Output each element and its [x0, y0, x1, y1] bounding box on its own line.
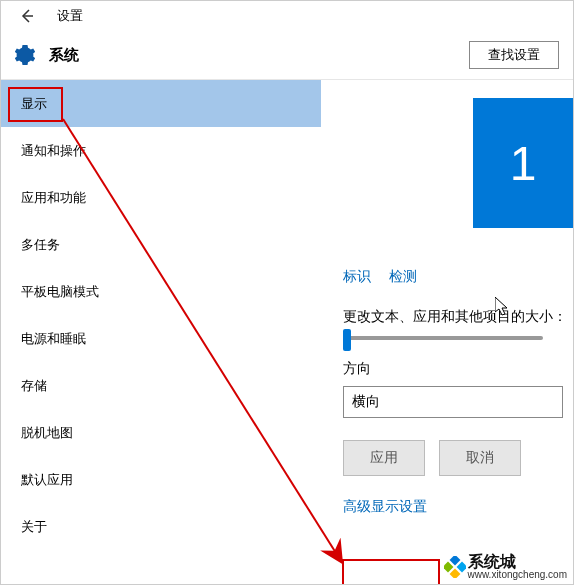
sidebar-item-defaultapps[interactable]: 默认应用 — [1, 456, 321, 503]
sidebar-item-multitask[interactable]: 多任务 — [1, 221, 321, 268]
gear-icon — [15, 45, 35, 65]
monitor-preview[interactable]: 1 — [473, 98, 573, 228]
sidebar-item-apps[interactable]: 应用和功能 — [1, 174, 321, 221]
orientation-label: 方向 — [321, 360, 573, 378]
identify-link[interactable]: 标识 — [343, 268, 371, 284]
header: 系统 查找设置 — [1, 31, 573, 79]
sidebar-item-power[interactable]: 电源和睡眠 — [1, 315, 321, 362]
detect-link[interactable]: 检测 — [389, 268, 417, 284]
sidebar-item-notifications[interactable]: 通知和操作 — [1, 127, 321, 174]
slider-thumb[interactable] — [343, 329, 351, 351]
resize-label: 更改文本、应用和其他项目的大小： — [321, 308, 573, 326]
scale-slider[interactable] — [343, 336, 543, 340]
find-settings-button[interactable]: 查找设置 — [469, 41, 559, 69]
window-title: 设置 — [57, 7, 83, 25]
sidebar-item-tablet[interactable]: 平板电脑模式 — [1, 268, 321, 315]
cancel-button[interactable]: 取消 — [439, 440, 521, 476]
sidebar-item-display[interactable]: 显示 — [1, 80, 321, 127]
sidebar-item-about[interactable]: 关于 — [1, 503, 321, 550]
sidebar-item-storage[interactable]: 存储 — [1, 362, 321, 409]
orientation-select[interactable]: 横向 — [343, 386, 563, 418]
apply-button[interactable]: 应用 — [343, 440, 425, 476]
page-title: 系统 — [49, 46, 79, 65]
advanced-display-link[interactable]: 高级显示设置 — [343, 498, 427, 516]
sidebar: 显示 通知和操作 应用和功能 多任务 平板电脑模式 电源和睡眠 存储 脱机地图 … — [1, 80, 321, 584]
sidebar-item-offlinemaps[interactable]: 脱机地图 — [1, 409, 321, 456]
main: 1 标识 检测 更改文本、应用和其他项目的大小： 方向 横向 应用 取消 高级显… — [321, 80, 573, 584]
back-button[interactable] — [13, 2, 41, 30]
